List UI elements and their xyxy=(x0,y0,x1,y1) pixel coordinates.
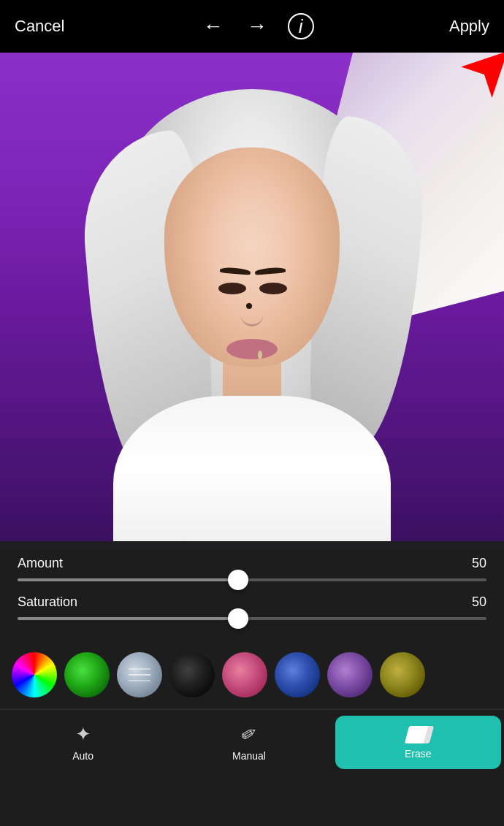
manual-label: Manual xyxy=(232,750,266,762)
swatch-pink[interactable] xyxy=(222,652,267,697)
info-button[interactable]: i xyxy=(286,12,316,41)
top-bar-controls: ← → i xyxy=(199,12,316,41)
saturation-slider-row: Saturation 50 xyxy=(18,594,486,620)
face-composite xyxy=(77,74,427,542)
erase-icon xyxy=(405,726,431,743)
saturation-label-row: Saturation 50 xyxy=(18,594,486,610)
undo-button[interactable]: ← xyxy=(199,12,228,41)
photo-background xyxy=(0,53,504,549)
earring xyxy=(258,351,262,359)
eyebrow-left xyxy=(255,267,286,275)
swatch-black[interactable] xyxy=(169,652,215,697)
eye-left xyxy=(259,283,287,294)
swatch-olive[interactable] xyxy=(380,652,425,697)
amount-label: Amount xyxy=(18,556,63,571)
nose xyxy=(241,305,263,326)
tool-erase[interactable]: Erase xyxy=(335,716,501,769)
manual-icon: ✏ xyxy=(237,721,262,749)
amount-slider-row: Amount 50 xyxy=(18,556,486,581)
undo-icon: ← xyxy=(203,15,224,38)
saturation-slider-track[interactable] xyxy=(18,617,486,620)
apply-button[interactable]: Apply xyxy=(449,11,489,42)
swatch-silver[interactable] xyxy=(117,652,162,697)
eye-right xyxy=(218,283,246,294)
svg-marker-0 xyxy=(461,40,504,98)
amount-label-row: Amount 50 xyxy=(18,556,486,571)
auto-label: Auto xyxy=(72,750,93,762)
saturation-slider-thumb[interactable] xyxy=(228,608,248,629)
mole xyxy=(246,303,252,309)
auto-icon: ✦ xyxy=(75,723,91,746)
saturation-slider-fill xyxy=(18,617,238,620)
amount-slider-thumb[interactable] xyxy=(228,570,248,590)
erase-label: Erase xyxy=(405,748,432,760)
eyebrow-right xyxy=(220,267,251,275)
tool-tabs: ✦ Auto ✏ Manual Erase xyxy=(0,709,504,775)
amount-slider-fill xyxy=(18,578,238,581)
tool-auto[interactable]: ✦ Auto xyxy=(0,710,166,775)
cancel-button[interactable]: Cancel xyxy=(15,11,64,42)
swatch-blue[interactable] xyxy=(275,652,320,697)
lips xyxy=(226,339,278,359)
saturation-value: 50 xyxy=(472,594,486,610)
redo-button[interactable]: → xyxy=(243,12,272,41)
amount-slider-track[interactable] xyxy=(18,578,486,581)
bottom-panel: Amount 50 Saturation 50 xyxy=(0,541,504,826)
color-swatches xyxy=(0,645,504,709)
shoulders xyxy=(113,396,391,542)
sliders-section: Amount 50 Saturation 50 xyxy=(0,541,504,645)
saturation-label: Saturation xyxy=(18,594,77,610)
redo-icon: → xyxy=(247,15,267,38)
face xyxy=(164,148,340,367)
photo-area xyxy=(0,53,504,549)
top-bar: Cancel ← → i Apply xyxy=(0,0,504,53)
tool-manual[interactable]: ✏ Manual xyxy=(166,710,332,775)
info-icon: i xyxy=(288,13,314,39)
swatch-purple[interactable] xyxy=(327,652,373,697)
swatch-rainbow[interactable] xyxy=(12,652,57,697)
swatch-green[interactable] xyxy=(64,652,110,697)
amount-value: 50 xyxy=(472,556,486,571)
